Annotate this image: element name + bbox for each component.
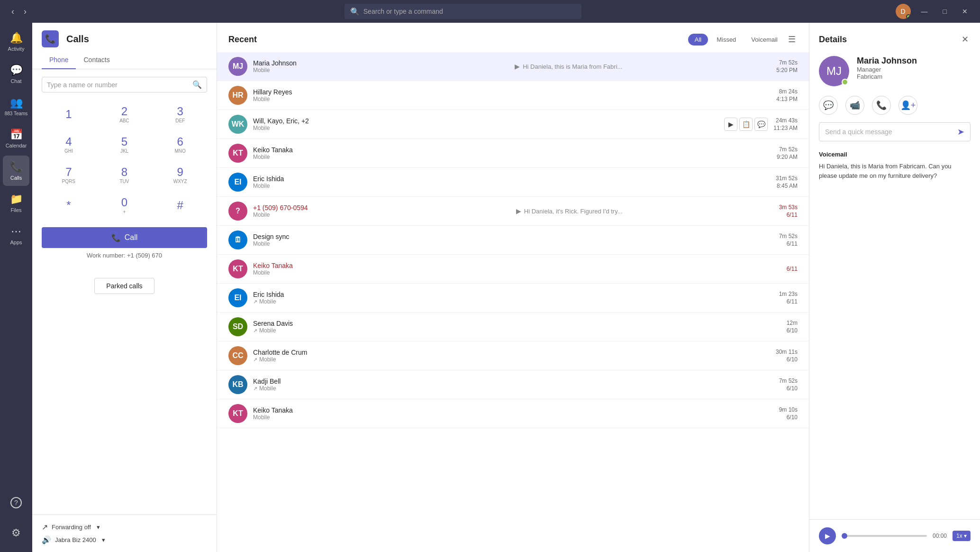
audio-progress-track[interactable] [842,535,927,537]
call-list-item[interactable]: SD Serena Davis ↗ Mobile 12m 6/10 [217,313,809,341]
filter-tabs: All Missed Voicemail ☰ [688,32,798,46]
key-num: 7 [65,166,72,178]
call-avatar: KT [228,144,247,163]
key-num: * [66,200,71,211]
call-list-item[interactable]: ? +1 (509) 670-0594 Mobile ▶ Hi Daniela,… [217,197,809,226]
maximize-button[interactable]: □ [938,6,952,17]
parked-calls-button[interactable]: Parked calls [94,278,154,294]
online-status-dot [906,14,911,19]
call-action-notes[interactable]: 📋 [739,118,753,131]
call-action-button[interactable]: 📞 [872,96,891,115]
call-info: Eric Ishida Mobile [253,175,770,189]
call-time: 11:23 AM [773,125,798,131]
sidebar-item-activity[interactable]: 🔔 Activity [3,27,29,57]
add-person-action-button[interactable]: 👤+ [898,96,917,115]
sidebar-item-calls[interactable]: 📞 Calls [3,156,29,186]
filter-voicemail[interactable]: Voicemail [744,34,784,46]
play-button[interactable]: ▶ [819,527,836,544]
key-9[interactable]: 9WXYZ [153,161,207,189]
call-list-item[interactable]: WK Will, Kayo, Eric, +2 Mobile ▶ 📋 💬 24m… [217,110,809,139]
forwarding-icon: ↗ [42,523,48,532]
call-button-label: Call [125,233,138,242]
chat-action-button[interactable]: 💬 [819,96,838,115]
filter-menu-icon[interactable]: ☰ [786,32,798,46]
key-0[interactable]: 0+ [98,191,152,220]
call-list-item[interactable]: KB Kadji Bell ↗ Mobile 7m 52s 6/10 [217,370,809,399]
key-2[interactable]: 2ABC [98,100,152,129]
call-list-item[interactable]: EI Eric Ishida Mobile 31m 52s 8:45 AM [217,168,809,197]
call-action-play[interactable]: ▶ [724,118,737,131]
back-button[interactable]: ‹ [8,5,18,18]
audio-player: ▶ 00:00 1x ▾ [809,519,980,552]
voicemail-play-icon[interactable]: ▶ [516,207,521,215]
details-header: Details ✕ [809,23,980,46]
key-6[interactable]: 6MNO [153,130,207,159]
minimize-button[interactable]: — [916,6,933,17]
key-4[interactable]: 4GHI [42,130,96,159]
dialer-body: 🔍 12ABC3DEF4GHI5JKL6MNO7PQRS8TUV9WXYZ*0+… [32,69,217,267]
contact-actions: 💬 📹 📞 👤+ [809,96,980,115]
device-setting[interactable]: 🔊 Jabra Biz 2400 ▾ [42,535,207,544]
work-number: Work number: +1 (509) 670 [42,252,207,259]
key-num: 2 [121,106,127,117]
user-avatar[interactable]: D [896,4,911,19]
call-button[interactable]: 📞 Call [42,227,207,248]
call-button-phone-icon: 📞 [111,233,121,242]
details-close-button[interactable]: ✕ [960,32,971,46]
key-3[interactable]: 3DEF [153,100,207,129]
key-#[interactable]: # [153,191,207,220]
call-avatar: SD [228,317,247,336]
key-5[interactable]: 5JKL [98,130,152,159]
search-input[interactable] [363,8,576,15]
quick-message-box[interactable]: ➤ [819,122,971,141]
call-name: Kadji Bell [253,377,773,385]
forward-button[interactable]: › [20,5,30,18]
call-list-item[interactable]: KT Keiko Tanaka Mobile 6/11 [217,255,809,284]
key-8[interactable]: 8TUV [98,161,152,189]
tab-phone[interactable]: Phone [42,51,76,69]
sidebar-item-chat[interactable]: 💬 Chat [3,59,29,89]
dialer-search-input[interactable] [47,81,189,89]
key-1[interactable]: 1 [42,100,96,129]
sidebar-item-apps[interactable]: ⋯ Apps [3,220,29,250]
filter-all[interactable]: All [688,34,708,46]
contact-online-dot [842,79,848,85]
sidebar-item-files[interactable]: 📁 Files [3,188,29,218]
quick-message-input[interactable] [825,128,953,136]
call-meta: 9m 10s 6/10 [779,406,798,421]
speed-button[interactable]: 1x ▾ [953,531,971,541]
call-list-item[interactable]: HR Hillary Reyes Mobile 8m 24s 4:13 PM [217,81,809,110]
nav-buttons: ‹ › [8,5,30,18]
call-list-item[interactable]: KT Keiko Tanaka Mobile 7m 52s 9:20 AM [217,139,809,168]
close-button[interactable]: ✕ [957,6,972,17]
call-list-item[interactable]: MJ Maria Johnson Mobile ▶ Hi Daniela, th… [217,52,809,81]
call-list-item[interactable]: CC Charlotte de Crum ↗ Mobile 30m 11s 6/… [217,341,809,370]
key-alpha: + [123,209,126,214]
call-list-item[interactable]: KT Keiko Tanaka Mobile 9m 10s 6/10 [217,399,809,428]
sidebar-item-settings[interactable]: ⚙ [3,518,29,548]
forwarding-setting[interactable]: ↗ Forwarding off ▾ [42,523,207,532]
call-voicemail-preview: ▶ Hi Daniela, it's Rick. Figured I'd try… [516,207,773,215]
dialer-search-box[interactable]: 🔍 [42,77,207,92]
filter-missed[interactable]: Missed [710,34,743,46]
key-*[interactable]: * [42,191,96,220]
sidebar-item-label-calls: Calls [10,175,22,181]
call-avatar: HR [228,86,247,105]
key-7[interactable]: 7PQRS [42,161,96,189]
sidebar-item-calendar[interactable]: 📅 Calendar [3,123,29,154]
call-list-item[interactable]: 🗓 Design sync Mobile 7m 52s 6/11 [217,226,809,255]
call-type: ↗ Mobile [253,327,781,334]
send-message-button[interactable]: ➤ [957,127,964,137]
sidebar-item-teams[interactable]: 👥 883 Teams [3,91,29,121]
call-list-item[interactable]: EI Eric Ishida ↗ Mobile 1m 23s 6/11 [217,284,809,313]
search-bar[interactable]: 🔍 [345,4,581,19]
tab-contacts[interactable]: Contacts [76,51,117,69]
call-info: Keiko Tanaka Mobile [253,146,771,160]
voicemail-play-icon[interactable]: ▶ [515,63,520,70]
audio-progress[interactable] [842,535,927,537]
sidebar-item-help[interactable]: ? [3,488,29,518]
device-chevron: ▾ [102,536,105,543]
call-action-chat[interactable]: 💬 [754,118,768,131]
contact-name: Maria Johnson [857,56,917,66]
video-action-button[interactable]: 📹 [845,96,864,115]
